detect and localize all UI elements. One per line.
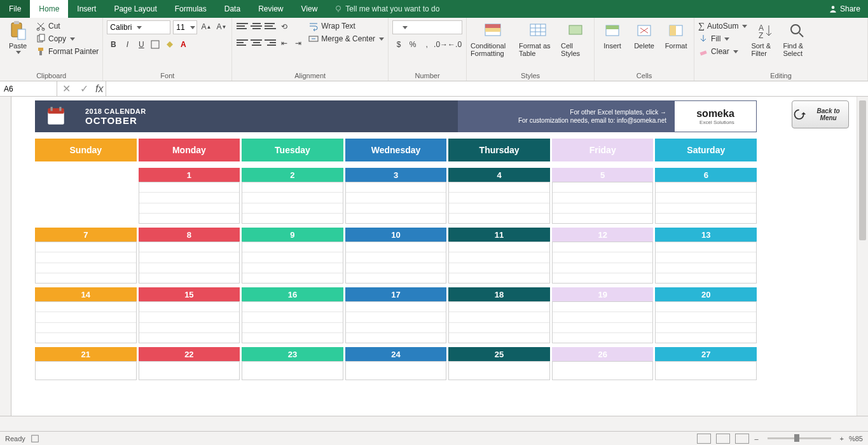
- calendar-cell[interactable]: 5: [552, 168, 654, 224]
- day-body[interactable]: [35, 361, 137, 380]
- comma-format-button[interactable]: ,: [420, 38, 433, 51]
- day-body[interactable]: [139, 182, 240, 224]
- tab-insert[interactable]: Insert: [68, 0, 105, 18]
- align-middle-button[interactable]: [250, 20, 263, 33]
- calendar-cell[interactable]: 12: [552, 228, 654, 284]
- calendar-cell[interactable]: 16: [242, 287, 343, 343]
- day-body[interactable]: [655, 301, 757, 343]
- align-left-button[interactable]: [236, 37, 249, 50]
- conditional-formatting-button[interactable]: Conditional Formatting: [471, 20, 515, 57]
- format-painter-button[interactable]: Format Painter: [36, 46, 99, 57]
- increase-decimal-button[interactable]: .0→: [434, 38, 447, 51]
- tab-page-layout[interactable]: Page Layout: [105, 0, 165, 18]
- tell-me[interactable]: Tell me what you want to do: [334, 4, 439, 13]
- calendar-cell[interactable]: 4: [448, 168, 550, 224]
- align-bottom-button[interactable]: [264, 20, 277, 33]
- fx-icon[interactable]: fx: [93, 83, 106, 95]
- name-box[interactable]: A6: [0, 81, 57, 96]
- day-body[interactable]: [345, 242, 447, 284]
- sort-filter-button[interactable]: AZSort & Filter: [751, 20, 779, 57]
- calendar-cell[interactable]: 8: [139, 228, 240, 284]
- merge-center-button[interactable]: Merge & Center: [308, 33, 384, 44]
- calendar-cell[interactable]: 22: [139, 347, 240, 380]
- percent-format-button[interactable]: %: [406, 38, 419, 51]
- enter-formula-button[interactable]: ✓: [75, 83, 93, 95]
- underline-button[interactable]: U: [135, 38, 148, 51]
- tab-formulas[interactable]: Formulas: [166, 0, 216, 18]
- cut-button[interactable]: Cut: [36, 20, 99, 32]
- calendar-cell[interactable]: 1: [139, 168, 240, 224]
- calendar-cell[interactable]: 18: [448, 287, 550, 343]
- day-body[interactable]: [242, 242, 343, 284]
- calendar-cell[interactable]: 11: [448, 228, 550, 284]
- day-body[interactable]: [242, 301, 343, 343]
- font-name-select[interactable]: Calibri: [107, 20, 170, 34]
- normal-view-button[interactable]: [697, 434, 711, 444]
- fill-button[interactable]: Fill: [698, 33, 747, 44]
- calendar-cell[interactable]: 10: [345, 228, 447, 284]
- sheet-tabs-bar[interactable]: [0, 416, 868, 431]
- day-body[interactable]: [655, 361, 757, 380]
- day-body[interactable]: [655, 242, 757, 284]
- day-body[interactable]: [552, 301, 654, 343]
- paste-button[interactable]: Paste: [4, 20, 32, 54]
- clear-button[interactable]: Clear: [698, 46, 747, 57]
- day-body[interactable]: [139, 242, 240, 284]
- calendar-cell[interactable]: 25: [448, 347, 550, 380]
- decrease-decimal-button[interactable]: ←.0: [448, 38, 461, 51]
- calendar-cell[interactable]: 2: [242, 168, 343, 224]
- day-body[interactable]: [552, 182, 654, 224]
- align-right-button[interactable]: [264, 37, 277, 50]
- day-body[interactable]: [345, 301, 447, 343]
- day-body[interactable]: [345, 182, 447, 224]
- day-body[interactable]: [345, 361, 447, 380]
- day-body[interactable]: [448, 182, 550, 224]
- decrease-font-button[interactable]: A▼: [215, 20, 228, 33]
- italic-button[interactable]: I: [121, 38, 134, 51]
- increase-font-button[interactable]: A▲: [200, 20, 212, 33]
- calendar-cell[interactable]: 20: [655, 287, 757, 343]
- tab-review[interactable]: Review: [249, 0, 292, 18]
- calendar-cell[interactable]: 17: [345, 287, 447, 343]
- calendar-cell[interactable]: 27: [655, 347, 757, 380]
- page-layout-view-button[interactable]: [716, 434, 730, 444]
- day-body[interactable]: [448, 301, 550, 343]
- day-body[interactable]: [655, 182, 757, 224]
- calendar-cell[interactable]: [35, 168, 137, 224]
- zoom-level[interactable]: %85: [849, 435, 863, 442]
- delete-cells-button[interactable]: Delete: [630, 20, 658, 50]
- calendar-cell[interactable]: 7: [35, 228, 137, 284]
- format-as-table-button[interactable]: Format as Table: [519, 20, 557, 57]
- calendar-cell[interactable]: 9: [242, 228, 343, 284]
- day-body[interactable]: [448, 242, 550, 284]
- copy-button[interactable]: Copy: [36, 33, 99, 44]
- format-cells-button[interactable]: Format: [662, 20, 690, 50]
- share-button[interactable]: Share: [829, 4, 860, 13]
- day-body[interactable]: [139, 361, 240, 380]
- wrap-text-button[interactable]: Wrap Text: [308, 20, 384, 32]
- sheet-area[interactable]: Back to Menu 2018 CALENDAR OCTOBER For o…: [0, 97, 868, 427]
- bold-button[interactable]: B: [107, 38, 120, 51]
- decrease-indent-button[interactable]: ⇤: [278, 37, 291, 50]
- align-center-button[interactable]: [250, 37, 263, 50]
- cancel-formula-button[interactable]: ✕: [57, 83, 75, 95]
- calendar-cell[interactable]: 3: [345, 168, 447, 224]
- calendar-cell[interactable]: 24: [345, 347, 447, 380]
- fill-color-button[interactable]: [163, 38, 176, 51]
- autosum-button[interactable]: ∑AutoSum: [698, 20, 747, 32]
- border-button[interactable]: [149, 38, 162, 51]
- zoom-out-button[interactable]: –: [754, 435, 758, 442]
- zoom-slider[interactable]: [768, 437, 831, 439]
- row-header-gutter[interactable]: [0, 97, 11, 427]
- back-to-menu-button[interactable]: Back to Menu: [792, 100, 849, 128]
- increase-indent-button[interactable]: ⇥: [292, 37, 305, 50]
- accounting-format-button[interactable]: $: [392, 38, 405, 51]
- calendar-cell[interactable]: 26: [552, 347, 654, 380]
- tab-file[interactable]: File: [0, 0, 30, 18]
- scrollbar-thumb[interactable]: [859, 100, 866, 240]
- day-body[interactable]: [448, 361, 550, 380]
- zoom-in-button[interactable]: +: [840, 435, 844, 442]
- tab-home[interactable]: Home: [30, 0, 68, 18]
- formula-input[interactable]: [106, 81, 868, 96]
- number-format-select[interactable]: [392, 20, 462, 34]
